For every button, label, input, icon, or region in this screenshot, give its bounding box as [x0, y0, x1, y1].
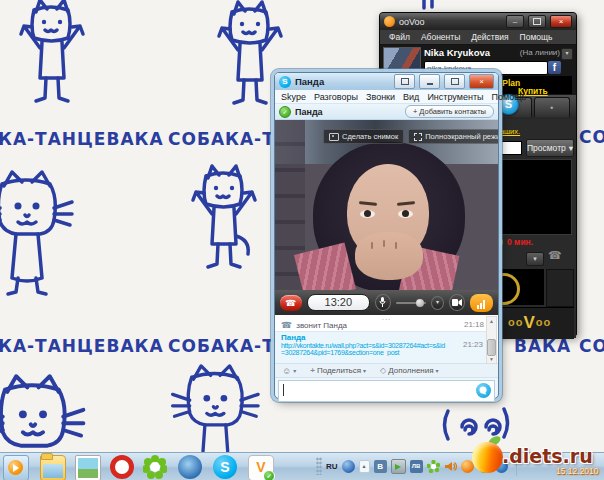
video-overlay-buttons: Сделать снимок Полноэкранный режим	[323, 129, 498, 144]
mute-mic-button[interactable]	[375, 294, 391, 311]
menu-view[interactable]: Вид	[403, 92, 419, 102]
share-label: Поделиться	[317, 366, 361, 375]
call-timer: 13:20	[307, 294, 370, 311]
oovoo-logo-icon	[384, 16, 395, 27]
fullscreen-label: Полноэкранный режим	[425, 132, 498, 141]
oovoo-titlebar[interactable]: ooVoo – ×	[380, 13, 576, 30]
maximize-icon	[451, 78, 459, 85]
user-name: Nika Kryukova	[424, 47, 490, 58]
minimize-button[interactable]	[419, 74, 440, 89]
scrollbar-thumb[interactable]	[487, 339, 496, 356]
message-input[interactable]	[278, 380, 495, 402]
menu-help[interactable]: Помощь	[492, 92, 527, 102]
chevron-down-icon: ▾	[363, 367, 366, 374]
webcam-icon	[452, 299, 462, 306]
taskbar-firefox-icon[interactable]	[178, 455, 202, 479]
menu-calls[interactable]: Звонки	[366, 92, 395, 102]
network-globe-icon[interactable]	[342, 460, 355, 473]
maximize-button[interactable]	[444, 74, 465, 89]
call-dropdown[interactable]: ▾	[526, 252, 544, 266]
taskbar-pictures-icon[interactable]	[75, 455, 101, 480]
promo-link[interactable]: ваших.	[496, 127, 520, 136]
taskbar-icq-icon[interactable]	[143, 455, 167, 479]
menu-help[interactable]: Помощь	[520, 32, 553, 42]
view-button[interactable]: Просмотр ▾	[526, 139, 574, 157]
camera-icon	[329, 133, 339, 141]
finger-mark	[395, 242, 397, 249]
webcam-toggle-button[interactable]	[449, 294, 465, 311]
taskbar-explorer-icon[interactable]	[40, 455, 66, 480]
call-options-dropdown[interactable]: ▾	[431, 296, 444, 310]
icq-flower-icon	[427, 460, 440, 473]
share-menu[interactable]: + Поделиться ▾	[310, 366, 366, 375]
signal-bar	[483, 300, 485, 309]
language-indicator[interactable]: RU	[326, 462, 338, 471]
addons-icon: ◇	[380, 366, 386, 375]
menu-contacts[interactable]: Абоненты	[421, 32, 460, 42]
volume-slider[interactable]	[396, 302, 427, 304]
start-orb-icon	[8, 460, 23, 475]
video-call-area: Сделать снимок Полноэкранный режим	[275, 120, 498, 290]
chevron-down-icon: ▾	[569, 143, 573, 153]
taskbar-opera-icon[interactable]	[110, 455, 134, 479]
call-quality-button[interactable]	[470, 294, 493, 312]
contact-name: Панда	[295, 107, 401, 117]
emoticon-picker[interactable]: ☺ ▾	[282, 366, 296, 376]
close-button[interactable]: ×	[550, 15, 572, 28]
finger-mark	[383, 240, 385, 247]
connection-tray-icon[interactable]	[391, 459, 406, 474]
menu-actions[interactable]: Действия	[471, 32, 508, 42]
phone-icon[interactable]: ☎	[548, 249, 562, 262]
signal-bar	[480, 303, 482, 309]
maximize-icon	[533, 18, 541, 25]
menu-skype[interactable]: Skype	[281, 92, 306, 102]
vkontakte-tray-icon[interactable]: B	[374, 460, 387, 473]
scroll-up-icon[interactable]: ▲	[487, 317, 496, 325]
facebook-icon[interactable]: f	[548, 61, 561, 74]
taskbar-skype-icon[interactable]: S	[213, 455, 237, 479]
chat-toolbar: ☺ ▾ + Поделиться ▾ ◇ Дополнения ▾	[275, 363, 498, 378]
addons-menu[interactable]: ◇ Дополнения ▾	[380, 366, 439, 375]
message-link-line2[interactable]: =30287264&pid=1769&section=one_post	[281, 349, 459, 356]
status-label[interactable]: (На линии)	[520, 48, 560, 57]
snapshot-button[interactable]: Сделать снимок	[323, 129, 404, 144]
wallpaper-text: СОБАКА-ТАНЦЕВАКА	[579, 335, 604, 357]
scroll-down-icon[interactable]: ▼	[487, 355, 496, 363]
skype-logo-icon: S	[279, 76, 291, 88]
tab-more-icon[interactable]: ▪	[534, 97, 570, 117]
send-message-button[interactable]	[476, 383, 491, 398]
close-button[interactable]: ×	[469, 74, 494, 89]
start-button[interactable]	[3, 455, 29, 480]
minimize-button[interactable]: –	[506, 15, 524, 28]
chevron-down-icon: ▾	[436, 367, 439, 374]
chat-message: Панда http://vkontakte.ru/wall.php?act=s…	[275, 331, 487, 363]
volume-knob[interactable]	[416, 299, 424, 307]
status-dropdown[interactable]: ▾	[561, 48, 573, 60]
oovoo-brand-logo: ooVoo	[508, 313, 551, 333]
menu-tools[interactable]: Инструменты	[427, 92, 483, 102]
diets-watermark: .diets.ru 15.12.2010	[450, 438, 604, 480]
contact-bar: ✓ Панда + Добавить контакты	[275, 104, 498, 120]
smiley-icon: ☺	[282, 366, 291, 376]
message-link-line1[interactable]: http://vkontakte.ru/wall.php?act=s&id=30…	[281, 342, 459, 349]
message-author[interactable]: Панда	[281, 333, 487, 342]
side-panel	[546, 269, 574, 307]
add-contacts-button[interactable]: + Добавить контакты	[405, 105, 494, 118]
finger-mark	[371, 242, 373, 249]
skype-titlebar[interactable]: S Панда ×	[275, 73, 498, 90]
chat-scrollbar[interactable]: ▲ ▼	[486, 316, 497, 364]
hangup-button[interactable]: ☎	[280, 295, 302, 311]
icq-tray-icon[interactable]	[427, 460, 440, 473]
watermark-date: 15.12.2010	[556, 466, 599, 476]
taskbar-oovoo-icon[interactable]: V✓	[248, 455, 274, 480]
show-hidden-icons-button[interactable]: ▴	[359, 460, 370, 473]
menu-file[interactable]: Файл	[389, 32, 410, 42]
maximize-button[interactable]	[528, 15, 546, 28]
taskbar-grip[interactable]	[316, 457, 322, 475]
lv-tray-icon[interactable]: ЛВ	[410, 460, 423, 473]
menu-conversations[interactable]: Разговоры	[314, 92, 358, 102]
wallpaper-text: СОБАКА-ТАНЦЕВАКА	[579, 126, 604, 148]
fullscreen-button[interactable]: Полноэкранный режим	[408, 129, 498, 144]
compact-view-button[interactable]	[394, 74, 415, 89]
signal-bar	[477, 305, 479, 309]
